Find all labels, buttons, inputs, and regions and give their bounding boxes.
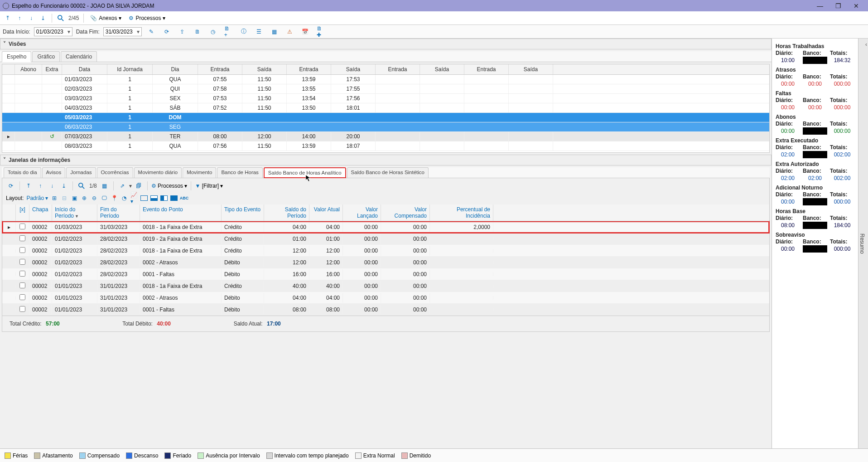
col-header[interactable]: Saída — [331, 64, 376, 74]
monitor-icon[interactable]: 🖵 — [101, 195, 108, 202]
grid-row[interactable]: 01/03/20231QUA07:5511:5013:5917:53 — [2, 75, 769, 84]
clock-icon[interactable]: ◷ — [209, 28, 217, 36]
columns-icon[interactable]: ▦ — [100, 181, 110, 191]
add-doc-icon[interactable]: 🗎+ — [224, 28, 232, 36]
table-row[interactable]: 0000201/01/202331/01/20230001 - FaltasDé… — [2, 304, 769, 316]
layout-icon[interactable]: ▣ — [71, 195, 78, 202]
refresh-icon[interactable]: ⟳ — [6, 181, 16, 191]
tab-avisos[interactable]: Avisos — [42, 167, 66, 178]
view-selected-icon[interactable] — [170, 195, 178, 201]
export-icon[interactable]: ⇗ — [117, 181, 127, 191]
table-row[interactable]: 0000201/02/202328/02/20230002 - AtrasosD… — [2, 257, 769, 268]
edit-icon[interactable]: ✎ — [147, 28, 155, 36]
grid-row[interactable]: 05/03/20231DOM — [2, 113, 769, 122]
list-icon[interactable]: ☰ — [255, 28, 263, 36]
row-checkbox[interactable] — [19, 224, 25, 229]
info-icon[interactable]: ⓘ — [240, 28, 248, 36]
layout-icon[interactable]: ⊕ — [81, 195, 88, 202]
col-header[interactable]: Valor Atual — [309, 204, 343, 221]
filter-dropdown[interactable]: ▼ [Filtrar] ▾ — [195, 183, 223, 189]
grid-body[interactable]: 01/03/20231QUA07:5511:5013:5917:5302/03/… — [2, 75, 769, 152]
table-row[interactable]: ▸0000201/03/202331/03/20230018 - 1a Faix… — [2, 221, 769, 233]
col-header[interactable]: Percentual de Incidência — [430, 204, 493, 221]
warning-icon[interactable]: ⚠ — [286, 28, 294, 36]
calendar-icon[interactable]: 📅 — [301, 28, 309, 36]
tab-saldo-banco-de-horas-analítico[interactable]: Saldo Banco de Horas Analítico — [264, 167, 346, 178]
tab-ocorrências[interactable]: Ocorrências — [97, 167, 133, 178]
next-icon[interactable]: ↓ — [47, 181, 57, 191]
maximize-button[interactable]: ❐ — [829, 2, 847, 10]
col-header[interactable]: Saldo do Período — [264, 204, 309, 221]
row-checkbox[interactable] — [19, 306, 25, 312]
col-header[interactable]: Entrada — [198, 64, 242, 74]
processos-dropdown[interactable]: ⚙ Processos ▾ — [126, 14, 168, 22]
grid-row[interactable]: 08/03/20231QUA07:5611:5013:5918:07 — [2, 141, 769, 151]
col-header[interactable]: Saída — [242, 64, 287, 74]
col-header[interactable]: Valor Compensado — [381, 204, 430, 221]
col-header[interactable]: Id Jornada — [107, 64, 153, 74]
refresh-icon[interactable]: ⟳ — [163, 28, 171, 36]
col-header[interactable]: Fim do Período — [97, 204, 140, 221]
search-icon[interactable] — [77, 181, 87, 191]
layout-dropdown[interactable]: Padrão ▾ — [26, 195, 48, 201]
col-header[interactable]: Entrada — [376, 64, 420, 74]
tab-espelho[interactable]: Espelho — [2, 51, 31, 62]
table-row[interactable]: 0000201/02/202328/02/20230018 - 1a Faixa… — [2, 245, 769, 257]
abc-icon[interactable]: ABC — [180, 195, 188, 202]
prev-icon[interactable]: ↑ — [35, 181, 45, 191]
table-row[interactable]: 0000201/01/202331/01/20230018 - 1a Faixa… — [2, 280, 769, 292]
janelas-header[interactable]: ˅ Janelas de informações — [0, 155, 772, 165]
view-split-v-icon[interactable] — [160, 195, 168, 201]
col-header[interactable]: Extra — [42, 64, 62, 74]
row-checkbox[interactable] — [19, 235, 25, 241]
tab-jornadas[interactable]: Jornadas — [66, 167, 96, 178]
resumo-collapse-tab[interactable]: ‹ Resumo — [858, 39, 868, 448]
close-button[interactable]: ✕ — [847, 2, 865, 10]
remove-layout-icon[interactable]: ⊟ — [61, 195, 68, 202]
col-header[interactable]: Saída — [509, 64, 553, 74]
grid-row[interactable]: 04/03/20231SÁB07:5211:5013:5018:01 — [2, 103, 769, 113]
export-icon[interactable]: ⇪ — [178, 28, 186, 36]
col-header[interactable]: Chapa — [29, 204, 52, 221]
col-header[interactable]: Data — [62, 64, 107, 74]
col-header[interactable]: [x] — [16, 204, 29, 221]
layout-icon[interactable]: ⊖ — [91, 195, 98, 202]
tab-movimento-diário[interactable]: Movimento diário — [134, 167, 182, 178]
col-header[interactable]: Início do Período▼ — [52, 204, 97, 221]
col-header[interactable]: Evento do Ponto — [140, 204, 222, 221]
save-icon[interactable]: 🗎 — [193, 28, 202, 36]
view-split-h-icon[interactable] — [150, 195, 158, 201]
last-icon[interactable]: ⤓ — [59, 181, 69, 191]
end-date-input[interactable]: 31/03/2023▾ — [103, 27, 142, 36]
minimize-button[interactable]: — — [811, 2, 829, 10]
col-header[interactable]: Entrada — [287, 64, 331, 74]
col-header[interactable]: Tipo do Evento — [222, 204, 264, 221]
next-record-icon[interactable]: ↓ — [26, 13, 36, 23]
bottom-processos-dropdown[interactable]: ⚙ Processos ▾ — [151, 183, 188, 189]
table-row[interactable]: 0000201/01/202331/01/20230002 - AtrasosD… — [2, 292, 769, 304]
circle-icon[interactable]: ◔ — [121, 195, 128, 202]
grid-row[interactable]: ▸↺07/03/20231TER08:0012:0014:0020:00 — [2, 132, 769, 141]
pin-icon[interactable]: 📍 — [111, 195, 118, 202]
row-checkbox[interactable] — [19, 271, 25, 277]
row-checkbox[interactable] — [19, 282, 25, 288]
col-header[interactable]: Entrada — [464, 64, 509, 74]
grid-row[interactable]: 06/03/20231SEG — [2, 122, 769, 132]
tab-gráfico[interactable]: Gráfico — [32, 51, 60, 62]
search-icon[interactable] — [56, 13, 66, 23]
view-full-icon[interactable] — [140, 195, 148, 201]
first-record-icon[interactable]: ⤒ — [3, 13, 13, 23]
grid-icon[interactable]: ▦ — [270, 28, 279, 36]
tab-banco-de-horas[interactable]: Banco de Horas — [217, 167, 262, 178]
chart-icon[interactable]: 📈▾ — [130, 195, 138, 202]
add-layout-icon[interactable]: ⊞ — [51, 195, 58, 202]
copy-icon[interactable]: 🗐 — [134, 181, 144, 191]
col-header[interactable]: Abono — [15, 64, 42, 74]
row-checkbox[interactable] — [19, 247, 25, 253]
col-header[interactable] — [2, 64, 15, 74]
tab-calendário[interactable]: Calendário — [61, 51, 97, 62]
start-date-input[interactable]: 01/03/2023▾ — [34, 27, 72, 36]
grid-row[interactable]: 03/03/20231SEX07:5311:5013:5417:56 — [2, 94, 769, 103]
anexos-dropdown[interactable]: 📎 Anexos ▾ — [87, 14, 124, 22]
saldo-grid-body[interactable]: ▸0000201/03/202331/03/20230018 - 1a Faix… — [2, 221, 769, 316]
